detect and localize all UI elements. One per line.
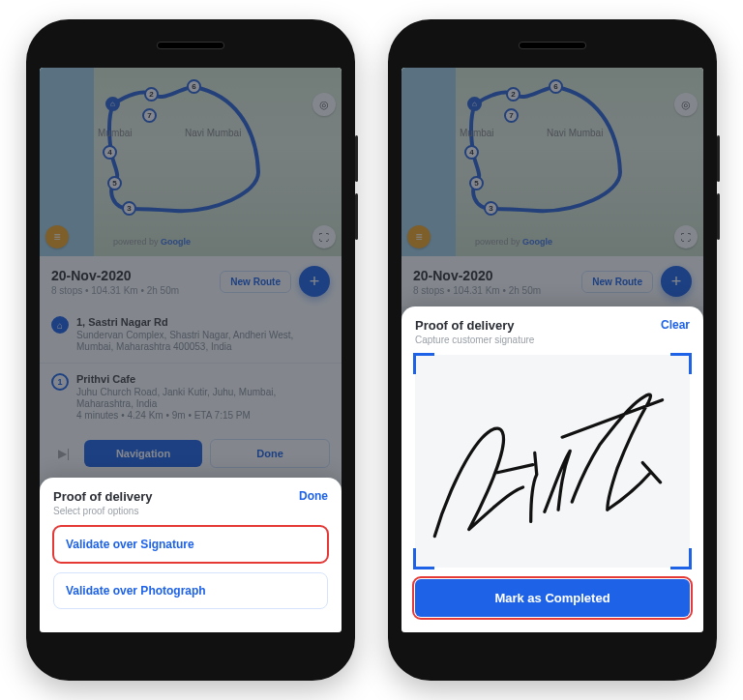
signature-stroke bbox=[415, 355, 690, 570]
phone-frame-1: Mumbai Navi Mumbai ⌂ 2 7 4 5 3 6 ≡ ⛶ ◎ p… bbox=[26, 19, 355, 681]
validate-signature-button[interactable]: Validate over Signature bbox=[53, 526, 328, 563]
signature-sheet: Proof of delivery Capture customer signa… bbox=[401, 306, 703, 632]
sheet-title: Proof of delivery bbox=[53, 489, 153, 504]
proof-options-sheet: Proof of delivery Select proof options D… bbox=[40, 478, 342, 632]
clear-signature-button[interactable]: Clear bbox=[661, 318, 690, 332]
sheet-subtitle: Capture customer signature bbox=[415, 335, 534, 345]
sheet-done-button[interactable]: Done bbox=[299, 489, 328, 503]
sheet-title: Proof of delivery bbox=[415, 318, 534, 333]
mark-completed-button[interactable]: Mark as Completed bbox=[415, 579, 690, 617]
sheet-subtitle: Select proof options bbox=[53, 506, 153, 516]
phone-frame-2: Mumbai Navi Mumbai ⌂ 2 7 4 5 3 6 ≡ ⛶ ◎ p… bbox=[388, 19, 717, 681]
signature-canvas[interactable] bbox=[415, 355, 690, 568]
validate-photo-button[interactable]: Validate over Photograph bbox=[53, 572, 328, 609]
screen-2: Mumbai Navi Mumbai ⌂ 2 7 4 5 3 6 ≡ ⛶ ◎ p… bbox=[401, 68, 703, 632]
screen-1: Mumbai Navi Mumbai ⌂ 2 7 4 5 3 6 ≡ ⛶ ◎ p… bbox=[40, 68, 342, 632]
